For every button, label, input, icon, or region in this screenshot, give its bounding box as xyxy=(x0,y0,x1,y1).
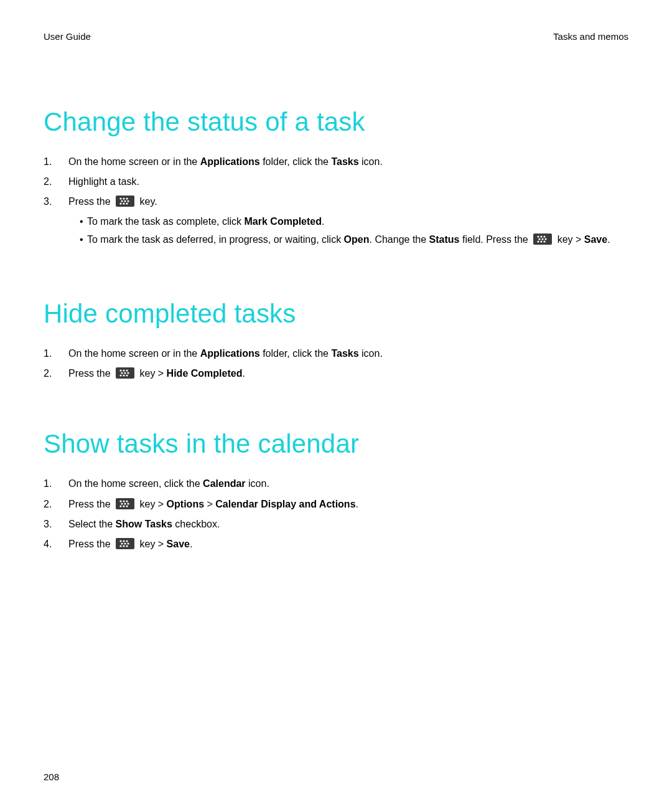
step-2: 2. Press the key > Hide Completed. xyxy=(44,366,628,380)
step-text: On the home screen, click the Calendar i… xyxy=(68,476,628,491)
heading-show-in-calendar: Show tasks in the calendar xyxy=(44,429,628,459)
step-number: 3. xyxy=(44,517,68,531)
bullet-text: To mark the task as deferred, in progres… xyxy=(87,232,628,247)
step-3: 3. Press the key. • To mark the task as … xyxy=(44,194,628,250)
blackberry-menu-key-icon xyxy=(116,498,134,509)
step-number: 1. xyxy=(44,476,68,491)
step-text: Press the key. • To mark the task as com… xyxy=(68,194,628,250)
step-2: 2. Highlight a task. xyxy=(44,174,628,189)
step-1: 1. On the home screen, click the Calenda… xyxy=(44,476,628,491)
step-1: 1. On the home screen or in the Applicat… xyxy=(44,154,628,169)
heading-hide-completed: Hide completed tasks xyxy=(44,299,628,329)
bullet-marker: • xyxy=(68,214,87,229)
bullet-text: To mark the task as complete, click Mark… xyxy=(87,214,628,229)
step-number: 3. xyxy=(44,194,68,209)
step-1: 1. On the home screen or in the Applicat… xyxy=(44,346,628,361)
step-2: 2. Press the key > Options > Calendar Di… xyxy=(44,497,628,511)
steps-hide-completed: 1. On the home screen or in the Applicat… xyxy=(44,346,628,380)
page: User Guide Tasks and memos Change the st… xyxy=(0,0,672,807)
step-text: Press the key > Hide Completed. xyxy=(68,366,628,380)
section-hide-completed: Hide completed tasks 1. On the home scre… xyxy=(44,299,628,380)
blackberry-menu-key-icon xyxy=(533,234,552,245)
steps-show-in-calendar: 1. On the home screen, click the Calenda… xyxy=(44,476,628,551)
section-change-status: Change the status of a task 1. On the ho… xyxy=(44,107,628,250)
section-show-in-calendar: Show tasks in the calendar 1. On the hom… xyxy=(44,429,628,551)
bullet-1: • To mark the task as complete, click Ma… xyxy=(68,214,628,229)
step-text: On the home screen or in the Application… xyxy=(68,154,628,169)
page-header: User Guide Tasks and memos xyxy=(44,31,628,42)
page-number: 208 xyxy=(44,772,59,782)
step-text: Press the key > Save. xyxy=(68,537,628,551)
sub-bullets: • To mark the task as complete, click Ma… xyxy=(68,214,628,247)
steps-change-status: 1. On the home screen or in the Applicat… xyxy=(44,154,628,250)
bullet-marker: • xyxy=(68,232,87,247)
blackberry-menu-key-icon xyxy=(116,196,134,207)
step-text: On the home screen or in the Application… xyxy=(68,346,628,361)
step-4: 4. Press the key > Save. xyxy=(44,537,628,551)
step-number: 2. xyxy=(44,497,68,511)
step-number: 1. xyxy=(44,346,68,361)
bullet-2: • To mark the task as deferred, in progr… xyxy=(68,232,628,247)
blackberry-menu-key-icon xyxy=(116,367,134,379)
header-left: User Guide xyxy=(44,31,91,42)
heading-change-status: Change the status of a task xyxy=(44,107,628,137)
step-text: Highlight a task. xyxy=(68,174,628,189)
step-text: Select the Show Tasks checkbox. xyxy=(68,517,628,531)
step-3: 3. Select the Show Tasks checkbox. xyxy=(44,517,628,531)
step-number: 4. xyxy=(44,537,68,551)
step-number: 1. xyxy=(44,154,68,169)
step-text: Press the key > Options > Calendar Displ… xyxy=(68,497,628,511)
blackberry-menu-key-icon xyxy=(116,538,134,549)
header-right: Tasks and memos xyxy=(553,31,628,42)
step-number: 2. xyxy=(44,366,68,380)
step-number: 2. xyxy=(44,174,68,189)
